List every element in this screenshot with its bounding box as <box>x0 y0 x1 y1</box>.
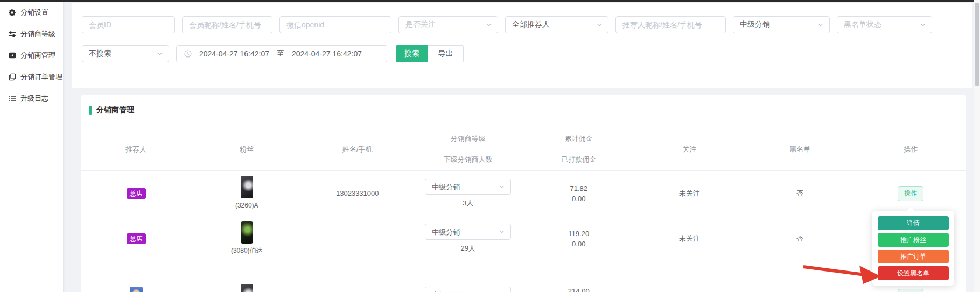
level-select[interactable]: 中级分销 <box>733 16 830 33</box>
copy-icon <box>8 73 16 81</box>
store-badge: 总店 <box>127 233 146 244</box>
name-phone-cell: 18851552223 <box>302 261 413 292</box>
commission-total: 119.20 <box>568 229 589 239</box>
fan-caption: (3260)A <box>235 201 258 211</box>
search-type-select[interactable]: 不搜索 <box>82 45 169 62</box>
follow-status-select[interactable]: 是否关注 <box>398 16 498 33</box>
level-cell: 中级分销 <box>413 261 524 292</box>
filter-panel: 是否关注 全部推荐人 中级分销 黑名单状态 不搜索 <box>72 3 972 88</box>
nickname-input[interactable] <box>182 16 272 33</box>
sidebar-item-label: 分销订单管理 <box>20 72 62 82</box>
sliders-icon <box>8 30 16 38</box>
level-cell: 中级分销 3人 <box>413 171 524 216</box>
col-header-action: 操作 <box>856 127 967 170</box>
table-row: 总店 (3260)A 13023331000 中级分销 3人 71.820.00… <box>81 171 966 216</box>
fan-avatar[interactable] <box>241 221 253 244</box>
table-header: 推荐人 粉丝 姓名/手机 分销商等级下级分销商人数 累计佣金已打款佣金 关注 黑… <box>81 127 966 171</box>
row-level-select[interactable]: 中级分销 <box>425 224 511 240</box>
store-badge: 总店 <box>127 188 146 199</box>
fan-avatar[interactable] <box>241 284 253 292</box>
subordinate-count: 3人 <box>463 198 473 208</box>
detail-button[interactable]: 详情 <box>878 216 949 230</box>
commission-cell: 214.000.00 <box>523 261 634 292</box>
set-blacklist-button[interactable]: 设置黑名单 <box>878 266 949 280</box>
list-icon <box>8 95 16 103</box>
chevron-down-icon <box>486 22 492 28</box>
row-level-select[interactable]: 中级分销 <box>425 179 511 195</box>
sidebar-item-distributor-management[interactable]: 分销商管理 <box>0 45 63 66</box>
export-button[interactable]: 导出 <box>428 45 464 62</box>
sidebar-item-distributor-level[interactable]: 分销商等级 <box>0 23 63 45</box>
sidebar: 分销设置 分销商等级 分销商管理 分销订单管理 升级日志 <box>0 0 64 292</box>
commission-paid: 0.00 <box>572 239 585 249</box>
sidebar-item-distribution-orders[interactable]: 分销订单管理 <box>0 66 63 88</box>
col-header-blacklist: 黑名单 <box>745 127 856 170</box>
name-phone-cell: 13023331000 <box>302 171 413 216</box>
chevron-down-icon <box>817 22 824 28</box>
chevron-down-icon <box>920 22 926 28</box>
level-cell: 中级分销 29人 <box>413 216 524 261</box>
row-level-value: 中级分销 <box>432 290 460 292</box>
blacklist-cell: 否 <box>745 171 856 216</box>
scrollbar-thumb[interactable] <box>975 3 979 86</box>
app-window: 分销设置 分销商等级 分销商管理 分销订单管理 升级日志 <box>0 0 980 292</box>
row-level-value: 中级分销 <box>432 227 460 237</box>
subordinate-count: 29人 <box>461 243 475 253</box>
row-action-button[interactable]: 操作 <box>898 289 923 292</box>
top-border <box>0 0 974 2</box>
chevron-down-icon <box>499 229 505 235</box>
blacklist-status-select[interactable]: 黑名单状态 <box>837 16 932 33</box>
openid-input[interactable] <box>279 16 391 33</box>
promote-fans-button[interactable]: 推广粉丝 <box>878 233 949 247</box>
play-square-icon <box>8 52 16 60</box>
sidebar-item-label: 升级日志 <box>20 94 48 103</box>
date-range-picker[interactable]: 2024-04-27 16:42:07 至 2024-04-27 16:42:0… <box>176 45 387 62</box>
search-button[interactable]: 搜索 <box>396 45 428 62</box>
date-start-value: 2024-04-27 16:42:07 <box>199 49 269 58</box>
col-header-follow: 关注 <box>634 127 745 170</box>
blacklist-select-placeholder: 黑名单状态 <box>844 20 881 30</box>
section-title: 分销商管理 <box>89 105 134 115</box>
commission-cell: 71.820.00 <box>523 171 634 216</box>
popup-caret <box>907 207 914 211</box>
referrer-select[interactable]: 全部推荐人 <box>505 16 608 33</box>
referrer-avatar[interactable] <box>130 287 143 292</box>
commission-cell: 119.200.00 <box>523 216 634 261</box>
commission-total: 71.82 <box>570 183 587 194</box>
member-id-input[interactable] <box>82 16 175 33</box>
gear-icon <box>8 9 16 17</box>
blacklist-cell: 否 <box>745 216 856 261</box>
vertical-scrollbar[interactable] <box>974 0 980 292</box>
follow-status-placeholder: 是否关注 <box>405 20 436 30</box>
fan-cell: (3080)伯达 <box>192 216 303 261</box>
table-row: 18851552223 中级分销 214.000.00 未关注 否 操作 <box>81 261 966 292</box>
search-type-value: 不搜索 <box>89 49 111 59</box>
filter-row-1: 是否关注 全部推荐人 中级分销 黑名单状态 <box>82 16 932 33</box>
fan-cell: (3260)A <box>192 171 303 216</box>
row-action-button[interactable]: 操作 <box>898 186 923 201</box>
col-header-commission: 累计佣金已打款佣金 <box>523 127 634 170</box>
blacklist-cell: 否 <box>745 261 856 292</box>
referrer-select-value: 全部推荐人 <box>512 20 550 30</box>
filter-row-2: 不搜索 2024-04-27 16:42:07 至 2024-04-27 16:… <box>82 45 464 62</box>
row-level-value: 中级分销 <box>432 182 460 192</box>
col-header-name-phone: 姓名/手机 <box>302 127 413 170</box>
commission-total: 214.00 <box>568 286 590 292</box>
table-row: 总店 (3080)伯达 中级分销 29人 119.200.00 未关注 否 操作 <box>81 216 966 261</box>
title-accent-bar <box>89 106 92 115</box>
chevron-down-icon <box>157 51 163 57</box>
referrer-search-input[interactable] <box>615 16 726 33</box>
sidebar-item-upgrade-log[interactable]: 升级日志 <box>0 88 63 109</box>
sidebar-item-label: 分销设置 <box>20 8 48 17</box>
sidebar-item-distribution-settings[interactable]: 分销设置 <box>0 2 63 23</box>
referrer-cell: 总店 <box>81 171 192 216</box>
follow-cell: 未关注 <box>634 171 745 216</box>
distributor-table-card: 分销商管理 推荐人 粉丝 姓名/手机 分销商等级下级分销商人数 累计佣金已打款佣… <box>81 95 966 292</box>
fan-caption: (3080)伯达 <box>231 246 263 256</box>
sidebar-item-label: 分销商管理 <box>20 51 55 60</box>
page-title: 分销商管理 <box>96 105 134 115</box>
level-select-value: 中级分销 <box>740 20 770 30</box>
fan-avatar[interactable] <box>241 176 253 198</box>
row-level-select[interactable]: 中级分销 <box>425 287 511 292</box>
promote-orders-button[interactable]: 推广订单 <box>878 250 949 263</box>
